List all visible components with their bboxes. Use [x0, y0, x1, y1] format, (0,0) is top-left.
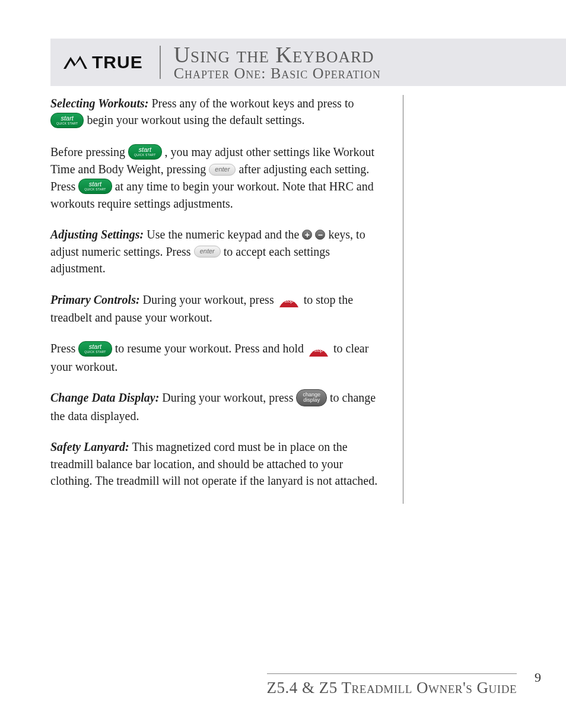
footer-guide-title: Z5.4 & Z5 Treadmill Owner's Guide: [267, 673, 517, 697]
page-footer: Z5.4 & Z5 Treadmill Owner's Guide 9: [0, 673, 541, 697]
lead-selecting-workouts: Selecting Workouts:: [50, 97, 148, 110]
start-button-icon: startQUICK START: [128, 144, 161, 160]
svg-text:stop: stop: [314, 348, 323, 353]
start-button-icon: startQUICK START: [50, 113, 84, 128]
paragraph-resume: Press startQUICK START to resume your wo…: [50, 340, 386, 375]
title-block: Using the Keyboard Chapter One: Basic Op…: [161, 43, 381, 81]
start-button-icon: startQUICK START: [78, 179, 112, 194]
stop-button-icon: stop: [307, 341, 330, 358]
paragraph-adjusting-settings: Adjusting Settings: Use the numeric keyp…: [50, 226, 386, 276]
paragraph-primary-controls: Primary Controls: During your workout, p…: [50, 291, 386, 326]
logo-icon: [62, 53, 88, 71]
lead-safety-lanyard: Safety Lanyard:: [50, 440, 129, 453]
enter-button-icon: enter: [194, 246, 221, 257]
paragraph-selecting-workouts: Selecting Workouts: Press any of the wor…: [50, 95, 386, 129]
body-content: Selecting Workouts: Press any of the wor…: [50, 95, 403, 504]
start-button-icon: startQUICK START: [78, 341, 112, 357]
page-number: 9: [535, 670, 541, 685]
paragraph-safety-lanyard: Safety Lanyard: This magnetized cord mus…: [50, 438, 386, 489]
change-display-button-icon: changedisplay: [296, 389, 327, 406]
page-subtitle: Chapter One: Basic Operation: [174, 66, 381, 81]
lead-adjusting-settings: Adjusting Settings:: [50, 228, 144, 241]
brand-logo: TRUE: [50, 46, 161, 79]
lead-primary-controls: Primary Controls:: [50, 293, 140, 306]
paragraph-before-pressing: Before pressing startQUICK START , you m…: [50, 144, 386, 212]
stop-button-icon: stop: [277, 292, 301, 309]
plus-icon: +: [302, 230, 312, 240]
paragraph-change-display: Change Data Display: During your workout…: [50, 389, 386, 424]
enter-button-icon: enter: [209, 164, 236, 176]
lead-change-display: Change Data Display:: [50, 391, 159, 404]
logo-text: TRUE: [92, 52, 143, 72]
svg-text:stop: stop: [284, 298, 294, 304]
minus-icon: −: [315, 230, 325, 240]
page-title: Using the Keyboard: [174, 43, 381, 66]
page-header: TRUE Using the Keyboard Chapter One: Bas…: [50, 39, 566, 86]
